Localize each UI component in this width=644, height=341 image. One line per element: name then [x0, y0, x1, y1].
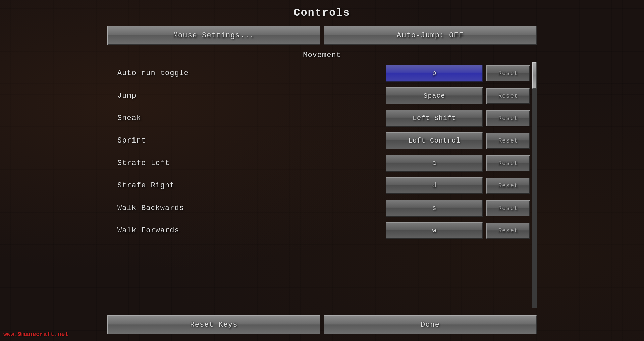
key-button-jump[interactable]: Space [386, 87, 483, 104]
key-binding-row-jump: JumpSpaceReset [107, 84, 530, 107]
key-button-strafe-left[interactable]: a [386, 155, 483, 172]
key-binding-row-sprint: SprintLeft ControlReset [107, 129, 530, 152]
reset-button-walk-backwards[interactable]: Reset [486, 200, 530, 216]
reset-button-jump[interactable]: Reset [486, 88, 530, 104]
key-binding-row-walk-backwards: Walk BackwardssReset [107, 197, 530, 219]
key-label-walk-backwards: Walk Backwards [107, 204, 386, 212]
key-button-walk-forwards[interactable]: w [386, 222, 483, 239]
top-buttons: Mouse Settings... Auto-Jump: OFF [107, 26, 537, 45]
done-button[interactable]: Done [324, 315, 537, 334]
page-title: Controls [293, 7, 351, 19]
key-label-walk-forwards: Walk Forwards [107, 226, 386, 235]
reset-button-sprint[interactable]: Reset [486, 133, 530, 149]
key-button-strafe-right[interactable]: d [386, 177, 483, 194]
watermark: www.9minecraft.net [3, 331, 68, 338]
scrollbar[interactable] [532, 62, 537, 308]
key-binding-row-strafe-left: Strafe LeftaReset [107, 152, 530, 174]
key-binding-row-strafe-right: Strafe RightdReset [107, 174, 530, 197]
key-label-strafe-left: Strafe Left [107, 159, 386, 167]
auto-jump-button[interactable]: Auto-Jump: OFF [324, 26, 537, 45]
movement-section-header: Movement [107, 48, 537, 62]
key-label-auto-run-toggle: Auto-run toggle [107, 69, 386, 77]
key-label-jump: Jump [107, 92, 386, 100]
reset-button-walk-forwards[interactable]: Reset [486, 223, 530, 239]
scroll-area: Auto-run togglepResetJumpSpaceResetSneak… [107, 62, 537, 308]
key-binding-row-auto-run-toggle: Auto-run togglepReset [107, 62, 530, 84]
key-label-strafe-right: Strafe Right [107, 181, 386, 190]
scrollbar-thumb[interactable] [532, 62, 537, 89]
reset-button-strafe-right[interactable]: Reset [486, 178, 530, 194]
key-label-sneak: Sneak [107, 114, 386, 122]
mouse-settings-button[interactable]: Mouse Settings... [107, 26, 320, 45]
bindings-list: Auto-run togglepResetJumpSpaceResetSneak… [107, 62, 537, 242]
key-binding-row-walk-forwards: Walk ForwardswReset [107, 219, 530, 242]
reset-button-sneak[interactable]: Reset [486, 110, 530, 126]
key-button-sneak[interactable]: Left Shift [386, 110, 483, 127]
key-button-sprint[interactable]: Left Control [386, 132, 483, 149]
key-button-walk-backwards[interactable]: s [386, 200, 483, 217]
reset-button-auto-run-toggle[interactable]: Reset [486, 65, 530, 81]
key-binding-row-sneak: SneakLeft ShiftReset [107, 107, 530, 129]
reset-button-strafe-left[interactable]: Reset [486, 155, 530, 171]
key-button-auto-run-toggle[interactable]: p [386, 65, 483, 82]
reset-keys-button[interactable]: Reset Keys [107, 315, 320, 334]
bottom-buttons: Reset Keys Done [107, 308, 537, 341]
key-label-sprint: Sprint [107, 136, 386, 145]
